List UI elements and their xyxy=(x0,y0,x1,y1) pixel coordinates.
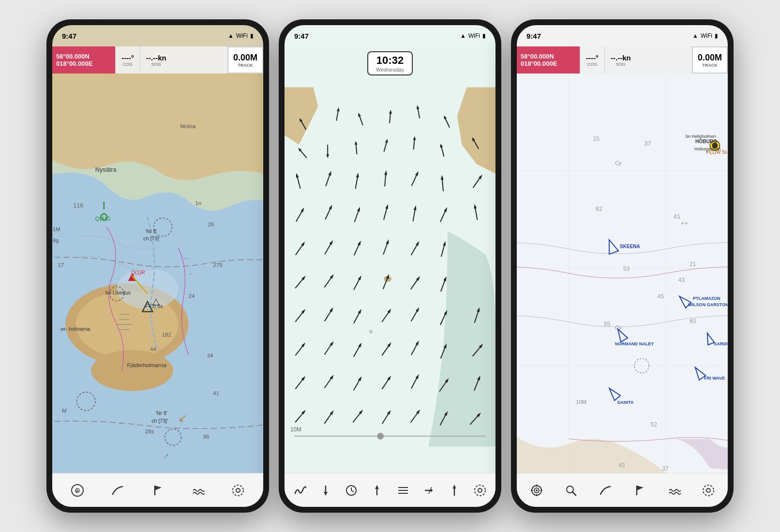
svg-text:17: 17 xyxy=(58,262,64,268)
svg-text:↙: ↙ xyxy=(178,412,187,424)
status-time-2: 9:47 xyxy=(294,32,309,40)
svg-text:44: 44 xyxy=(150,346,156,352)
svg-text:M: M xyxy=(62,407,67,414)
wind-clock-time: 10:32 xyxy=(376,54,404,67)
menu-icon-2[interactable] xyxy=(391,478,415,502)
svg-text:41: 41 xyxy=(674,213,681,220)
status-time-1: 9:47 xyxy=(62,32,76,40)
nav-track-1: 0.00M TRACK xyxy=(227,46,263,74)
phone-3-screen: 9:47 ▲ WiFi ▮ 58°00.000N 018°00.000E ---… xyxy=(517,25,728,507)
nav-cog-3: ----° COG xyxy=(580,46,604,74)
svg-text:Q(1)G: Q(1)G xyxy=(95,215,111,222)
phone-1-screen: 9:47 ▲ WiFi ▮ 58°00.000N 018°00.000E ---… xyxy=(52,25,263,507)
wifi-icon-1: WiFi xyxy=(236,32,248,39)
svg-text:△: △ xyxy=(152,296,160,306)
svg-text:26: 26 xyxy=(208,221,214,227)
route-icon-1[interactable] xyxy=(105,478,130,502)
status-icons-2: ▲ WiFi ▮ xyxy=(460,32,486,39)
svg-text:Q(1)R: Q(1)R xyxy=(131,269,145,275)
svg-text:ch [73]': ch [73]' xyxy=(151,418,168,424)
svg-point-197 xyxy=(377,433,384,440)
svg-text:SKEENA: SKEENA xyxy=(620,244,640,249)
flag-icon-1[interactable] xyxy=(146,478,170,502)
status-icons-3: ▲ WiFi ▮ xyxy=(692,32,718,39)
svg-text:NORMAND NALEY: NORMAND NALEY xyxy=(615,341,654,346)
close-arrow-icon[interactable] xyxy=(417,478,441,502)
svg-marker-275 xyxy=(637,486,644,490)
status-bar-3: 9:47 ▲ WiFi ▮ xyxy=(517,25,728,46)
chart-map-1[interactable]: ← ← 116 1M 8g 17 24 44 182 34 1n 26 275 … xyxy=(52,74,263,473)
svg-point-277 xyxy=(703,485,714,496)
battery-icon-3: ▮ xyxy=(715,32,718,39)
svg-point-267 xyxy=(536,489,538,491)
anchor-icon-3[interactable] xyxy=(662,478,686,502)
toolbar-1: ⊕ xyxy=(52,473,263,507)
nav-sog-3: --.--kn SOG xyxy=(604,46,637,74)
svg-text:8g: 8g xyxy=(53,237,59,243)
svg-text:-er- holmarna: -er- holmarna xyxy=(60,326,90,332)
svg-text:FRI WAVE: FRI WAVE xyxy=(704,376,725,381)
settings-icon-1[interactable] xyxy=(226,478,250,502)
svg-text:Fjäderholmarna: Fjäderholmarna xyxy=(127,362,166,368)
svg-text:Fl(1)W 5s: Fl(1)W 5s xyxy=(706,149,727,155)
wifi-icon-2: WiFi xyxy=(468,32,480,39)
signal-icon-1: ▲ xyxy=(228,32,234,39)
anchor-icon-1[interactable] xyxy=(186,478,210,502)
flag-icon-3[interactable] xyxy=(628,478,652,502)
nav-lat-1: 58°00.000N xyxy=(56,53,111,60)
svg-text:55: 55 xyxy=(604,321,611,327)
svg-text:ch [73]': ch [73]' xyxy=(143,236,160,241)
svg-point-213 xyxy=(478,488,482,492)
svg-text:53: 53 xyxy=(623,266,630,272)
route-icon-2[interactable] xyxy=(288,478,312,502)
svg-text:1M: 1M xyxy=(53,226,60,232)
search-icon-3[interactable] xyxy=(559,478,583,502)
wind-chart[interactable]: 10:32 Wednesday xyxy=(285,46,495,473)
svg-point-276 xyxy=(706,488,710,492)
status-bar-2: 9:47 ▲ WiFi ▮ xyxy=(285,25,495,46)
clock-icon[interactable] xyxy=(339,478,363,502)
route-icon-3[interactable] xyxy=(593,478,617,502)
svg-text:⊕: ⊕ xyxy=(75,488,79,494)
svg-point-57 xyxy=(233,485,243,496)
svg-text:36: 36 xyxy=(203,433,209,440)
nav-coords-3: 58°00.000N 018°00.000E xyxy=(517,46,580,74)
svg-text:Cy: Cy xyxy=(615,160,622,166)
svg-marker-199 xyxy=(324,492,328,495)
svg-text:DANITA: DANITA xyxy=(617,400,634,405)
phone-2: 9:47 ▲ WiFi ▮ 10:32 Wednesday xyxy=(279,19,501,513)
ais-map[interactable]: 37 82 41 ++ 21 53 43 45 55 60 23 52 37 1… xyxy=(517,74,728,473)
toolbar-2 xyxy=(285,473,495,507)
settings-icon-2[interactable] xyxy=(468,478,492,502)
arrow-up-icon[interactable] xyxy=(365,478,389,502)
tick-icon[interactable] xyxy=(442,478,466,502)
target-icon[interactable] xyxy=(525,478,549,502)
wifi-icon-3: WiFi xyxy=(701,32,712,39)
svg-point-56 xyxy=(236,488,240,492)
arrow-down-icon[interactable] xyxy=(314,478,338,502)
svg-text:182: 182 xyxy=(162,331,171,338)
svg-text:1n: 1n xyxy=(195,200,201,206)
phone-2-screen: 9:47 ▲ WiFi ▮ 10:32 Wednesday xyxy=(285,25,495,507)
svg-text:82: 82 xyxy=(596,205,603,212)
svg-text:bn Heligholmen: bn Heligholmen xyxy=(686,134,716,139)
svg-marker-204 xyxy=(375,486,379,489)
status-time-3: 9:47 xyxy=(526,32,541,40)
nav-lat-3: 58°00.000N xyxy=(521,53,576,60)
svg-text:HOBURG: HOBURG xyxy=(695,139,717,144)
svg-text:PTLAMAZON: PTLAMAZON xyxy=(693,296,720,301)
svg-text:'Nr 8': 'Nr 8' xyxy=(156,410,167,416)
svg-marker-212 xyxy=(452,486,456,488)
svg-text:++: ++ xyxy=(681,220,688,227)
nav-lon-3: 018°00.000E xyxy=(521,60,576,67)
wind-time-display: 10:32 Wednesday xyxy=(367,51,413,75)
svg-text:WILSON GARSTON: WILSON GARSTON xyxy=(688,302,728,307)
nav-sog-1: --.--kn SOG xyxy=(140,46,172,74)
svg-text:10M: 10M xyxy=(576,399,586,405)
phone-3: 9:47 ▲ WiFi ▮ 58°00.000N 018°00.000E ---… xyxy=(511,19,734,513)
svg-text:←: ← xyxy=(189,270,195,277)
status-bar-1: 9:47 ▲ WiFi ▮ xyxy=(52,25,263,46)
compass-icon[interactable]: ⊕ xyxy=(65,478,90,502)
svg-text:41: 41 xyxy=(213,390,219,396)
settings-icon-3[interactable] xyxy=(696,478,720,502)
